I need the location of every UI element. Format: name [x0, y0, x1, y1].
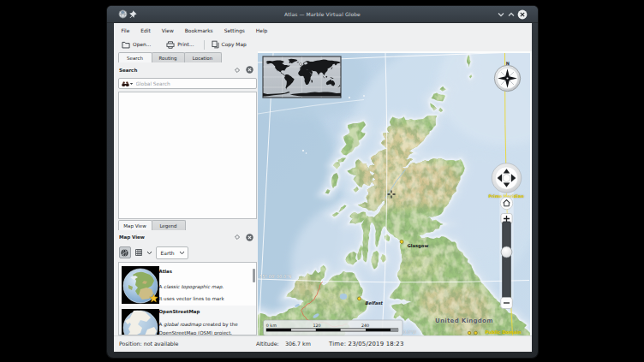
projection-button[interactable]	[119, 246, 131, 258]
graticule-lat-label: 55° 00' 00.0"N	[259, 274, 291, 279]
dock-tabbar: Search Routing Location	[114, 51, 258, 62]
toolbar-separator	[204, 40, 205, 50]
open-button[interactable]: Open...	[117, 39, 155, 50]
chevron-down-icon[interactable]	[146, 251, 152, 255]
search-panel-title: Search	[119, 68, 229, 73]
country-label: United Kingdom	[435, 317, 493, 324]
attribution-label: Public Domain	[486, 329, 522, 335]
open-label: Open...	[133, 42, 151, 47]
theme-item-atlas[interactable]: Atlas A classic topographic map. It uses…	[119, 263, 256, 306]
search-panel-header: Search	[114, 62, 258, 77]
app-window: Atlas — Marble Virtual Globe File Edit V…	[107, 6, 538, 358]
close-panel-icon[interactable]	[246, 66, 253, 74]
lough-neagh	[340, 294, 347, 300]
tab-legend[interactable]: Legend	[152, 220, 186, 230]
statusbar: Position: not available Altitude: 306.7 …	[114, 335, 532, 352]
atlas-thumbnail	[122, 266, 159, 304]
compass-north-label: N	[506, 61, 510, 66]
search-input[interactable]	[134, 81, 253, 86]
tab-location[interactable]: Location	[184, 52, 222, 62]
scale-end-label: 240	[361, 323, 369, 328]
menubar: File Edit View Bookmarks Settings Help	[114, 23, 532, 38]
close-panel-icon[interactable]	[246, 234, 253, 241]
tab-map-view[interactable]: Map View	[118, 220, 152, 230]
overview-map[interactable]	[263, 56, 341, 98]
theme-list-scrollbar[interactable]	[253, 269, 255, 282]
celestial-list-button[interactable]	[133, 246, 145, 258]
print-label: Print...	[177, 42, 194, 47]
menu-view[interactable]: View	[156, 26, 179, 36]
zoom-slider-handle[interactable]	[501, 246, 512, 258]
left-dock: Search Routing Location Search	[114, 51, 258, 335]
float-panel-icon[interactable]	[234, 67, 241, 74]
tab-search[interactable]: Search	[118, 52, 152, 62]
search-field[interactable]	[118, 78, 257, 89]
copy-map-label: Copy Map	[222, 42, 247, 47]
copy-icon	[212, 40, 219, 49]
city-label-belfast: Belfast	[365, 300, 384, 306]
float-panel-icon[interactable]	[234, 234, 241, 240]
celestial-body-value: Earth	[161, 250, 179, 256]
titlebar[interactable]: Atlas — Marble Virtual Globe	[107, 6, 538, 23]
mapview-panel-header: Map View	[114, 230, 258, 244]
maximize-button[interactable]	[506, 9, 516, 20]
theme-desc-line1: A global roadmap created by the	[159, 322, 238, 327]
globe-projection-icon	[121, 249, 128, 257]
binoculars-icon	[122, 80, 129, 87]
menu-file[interactable]: File	[116, 26, 135, 36]
overview-position-dot	[300, 63, 302, 66]
tab-routing[interactable]: Routing	[152, 52, 185, 62]
city-label-glasgow: Glasgow	[408, 243, 429, 249]
status-position: Position: not available	[119, 341, 178, 347]
minimize-button[interactable]	[496, 9, 506, 20]
search-results-list[interactable]	[118, 92, 257, 219]
home-button[interactable]	[500, 197, 512, 209]
status-altitude-value: 306.7 km	[285, 341, 311, 347]
bottom-dock-tabbar: Map View Legend	[114, 219, 258, 230]
theme-title: Atlas	[159, 269, 172, 274]
menu-edit[interactable]: Edit	[135, 26, 156, 36]
celestial-body-select[interactable]: Earth	[156, 246, 188, 259]
grid-icon	[135, 249, 142, 256]
status-altitude-label: Altitude:	[256, 341, 279, 347]
menu-settings[interactable]: Settings	[218, 26, 250, 36]
theme-title: OpenStreetMap	[159, 309, 200, 314]
menu-bookmarks[interactable]: Bookmarks	[179, 26, 218, 36]
graticule-lon-label: 0.0"W	[403, 329, 416, 335]
window-title: Atlas — Marble Virtual Globe	[107, 6, 538, 23]
printer-icon	[166, 41, 175, 49]
toolbar: Open... Print... Copy Map	[114, 38, 532, 51]
map-theme-list: Atlas A classic topographic map. It uses…	[118, 262, 257, 335]
scale-start-label: 0 km	[266, 323, 277, 328]
favorite-star-icon	[149, 294, 158, 303]
scale-mid-label: 120	[313, 323, 320, 328]
theme-desc-line1: A classic topographic map.	[159, 284, 224, 289]
copy-map-button[interactable]: Copy Map	[207, 39, 251, 50]
map-viewport[interactable]: 55° 00' 00.0"N 0.0"W Glasgow Belfast Bra…	[258, 51, 532, 335]
status-time: Time: 23/05/2019 18:23	[329, 341, 404, 347]
mapview-controls: Earth	[114, 244, 258, 261]
osm-thumbnail	[122, 309, 159, 335]
map-canvas[interactable]: 55° 00' 00.0"N 0.0"W Glasgow Belfast Bra…	[258, 53, 530, 335]
combo-chevron-icon	[179, 251, 185, 255]
mapview-panel-title: Map View	[119, 234, 229, 240]
print-button[interactable]: Print...	[162, 39, 198, 50]
scale-bar: 0 km 120 240	[264, 320, 403, 335]
menu-help[interactable]: Help	[250, 26, 272, 36]
theme-item-openstreetmap[interactable]: OpenStreetMap A global roadmap created b…	[119, 306, 256, 335]
folder-icon	[122, 41, 130, 49]
theme-desc-line2: It uses vector lines to mark	[159, 296, 224, 301]
close-button[interactable]	[517, 9, 528, 20]
